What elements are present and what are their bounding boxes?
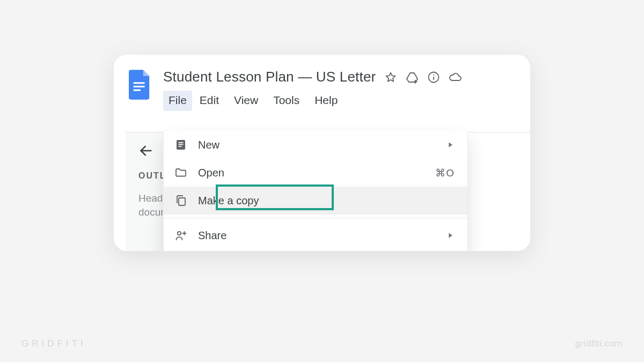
svg-rect-10: [179, 146, 182, 147]
menu-help[interactable]: Help: [307, 91, 345, 111]
document-icon: [174, 138, 187, 151]
svg-rect-9: [179, 144, 184, 145]
cloud-saved-icon[interactable]: [449, 71, 462, 84]
watermark-right: gridfiti.com: [575, 338, 623, 349]
title-row: Student Lesson Plan — US Letter: [163, 69, 514, 85]
menubar: File Edit View Tools Help: [163, 91, 514, 111]
menu-item-open[interactable]: Open ⌘O: [164, 159, 467, 187]
header: Student Lesson Plan — US Letter: [114, 55, 530, 111]
drive-add-icon[interactable]: [406, 71, 419, 84]
svg-rect-0: [134, 82, 145, 84]
svg-point-12: [178, 232, 181, 235]
svg-rect-1: [134, 86, 145, 87]
info-icon[interactable]: [427, 71, 440, 84]
menu-tools[interactable]: Tools: [266, 91, 307, 111]
chevron-right-icon: [446, 141, 455, 149]
folder-icon: [174, 166, 187, 179]
menu-item-new[interactable]: New: [164, 131, 467, 159]
svg-point-5: [433, 74, 434, 75]
menu-file[interactable]: File: [163, 91, 192, 111]
menu-item-label: Share: [198, 230, 446, 242]
menu-item-label: Open: [198, 167, 435, 179]
svg-rect-11: [179, 198, 185, 205]
menu-item-label: Make a copy: [198, 195, 455, 207]
menu-item-make-a-copy[interactable]: Make a copy: [164, 187, 467, 215]
google-docs-icon: [129, 70, 151, 100]
app-window: Student Lesson Plan — US Letter: [114, 55, 530, 251]
menu-edit[interactable]: Edit: [192, 91, 226, 111]
document-title[interactable]: Student Lesson Plan — US Letter: [163, 69, 376, 85]
menu-separator: [164, 218, 467, 218]
menu-item-email[interactable]: Email: [164, 249, 467, 251]
menu-item-share[interactable]: Share: [164, 221, 467, 249]
share-icon: [174, 229, 187, 242]
svg-rect-2: [134, 90, 141, 91]
watermark-left: GRIDFITI: [21, 338, 86, 349]
menu-item-label: New: [198, 139, 446, 151]
chevron-right-icon: [446, 231, 455, 240]
star-icon[interactable]: [384, 71, 397, 84]
svg-rect-8: [179, 142, 184, 143]
file-dropdown: New Open ⌘O Make a copy: [163, 131, 468, 251]
copy-icon: [174, 194, 187, 207]
keyboard-shortcut: ⌘O: [435, 167, 455, 179]
menu-view[interactable]: View: [226, 91, 266, 111]
